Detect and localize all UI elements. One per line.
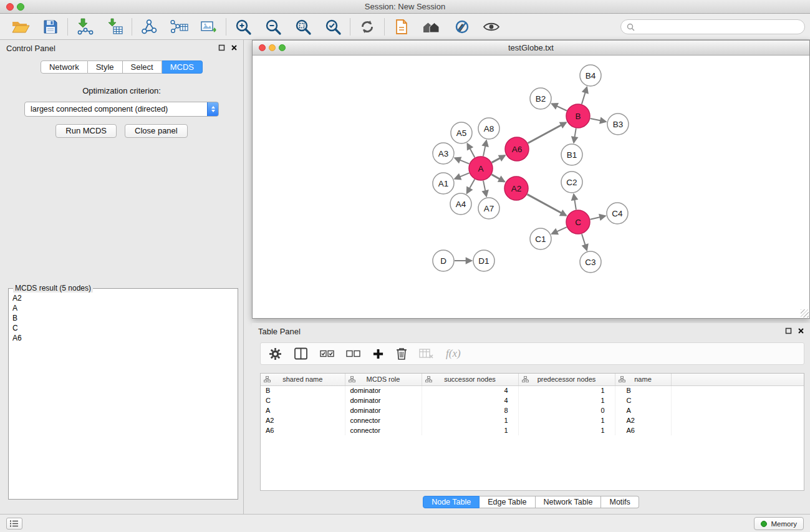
graph-node-A7[interactable]: A7 <box>478 198 499 219</box>
graph-node-A1[interactable]: A1 <box>433 173 454 194</box>
gear-icon[interactable] <box>269 347 282 360</box>
table-row[interactable]: A2connector11A2 <box>261 415 804 425</box>
search-input[interactable] <box>638 22 799 31</box>
import-network-icon[interactable] <box>75 17 95 37</box>
graph-node-A8[interactable]: A8 <box>478 118 499 139</box>
graph-edge-A2-C[interactable] <box>528 195 566 216</box>
close-panel-button[interactable]: Close panel <box>125 124 188 138</box>
graph-node-C1[interactable]: C1 <box>530 228 551 249</box>
close-table-panel-icon[interactable] <box>798 327 804 334</box>
graph-node-C[interactable]: C <box>566 210 590 234</box>
tab-network-table[interactable]: Network Table <box>536 496 602 508</box>
network-canvas[interactable]: B4B2BB3A5A8A6B1A3AC2A1A2A4A7C1CC4C3DD1 <box>253 56 809 318</box>
eye-icon[interactable] <box>481 17 501 37</box>
refresh-icon[interactable] <box>357 17 377 37</box>
close-panel-icon[interactable] <box>231 44 238 51</box>
save-session-icon[interactable] <box>41 17 60 37</box>
minimize-network-button[interactable] <box>269 44 276 51</box>
memory-button[interactable]: Memory <box>754 517 804 530</box>
zoom-fit-icon[interactable] <box>293 17 313 37</box>
graph-edge-A6-B[interactable] <box>528 123 566 143</box>
node-table[interactable]: shared nameMCDS rolesuccessor nodesprede… <box>260 373 804 491</box>
graph-node-A4[interactable]: A4 <box>450 193 471 215</box>
mcds-result-item[interactable]: C <box>12 323 234 333</box>
close-window-button[interactable] <box>6 3 14 11</box>
graph-edge-B-B2[interactable] <box>552 104 567 111</box>
mcds-result-item[interactable]: A6 <box>12 333 234 343</box>
image-export-icon[interactable] <box>199 17 219 37</box>
graph-edge-A-A7[interactable] <box>483 181 486 196</box>
graph-edge-A-A6[interactable] <box>492 155 505 162</box>
tab-style[interactable]: Style <box>88 60 123 74</box>
zoom-network-button[interactable] <box>279 44 286 51</box>
zoom-selected-icon[interactable] <box>323 17 343 37</box>
graph-edge-A-A8[interactable] <box>483 141 486 157</box>
graph-node-B4[interactable]: B4 <box>580 65 601 86</box>
graph-edge-C-C2[interactable] <box>574 195 576 210</box>
open-session-folder-icon[interactable] <box>11 17 31 37</box>
column-header-MCDS-role[interactable]: MCDS role <box>345 374 422 385</box>
select-all-icon[interactable] <box>320 349 334 358</box>
show-panels-button[interactable] <box>6 518 22 530</box>
zoom-window-button[interactable] <box>17 3 24 11</box>
trash-icon[interactable] <box>396 347 407 360</box>
search-field[interactable] <box>620 19 805 34</box>
graph-edge-A-A2[interactable] <box>491 175 504 181</box>
graph-node-B3[interactable]: B3 <box>607 114 629 135</box>
graph-node-A2[interactable]: A2 <box>504 177 528 200</box>
add-row-plus-icon[interactable] <box>372 348 384 360</box>
network-graph[interactable]: B4B2BB3A5A8A6B1A3AC2A1A2A4A7C1CC4C3DD1 <box>253 56 809 318</box>
resize-grip[interactable] <box>801 309 809 317</box>
table-row[interactable]: Bdominator41B <box>261 385 804 395</box>
network-window-titlebar[interactable]: testGlobe.txt <box>253 41 809 56</box>
unselect-all-icon[interactable] <box>346 349 360 358</box>
tab-network[interactable]: Network <box>41 60 88 74</box>
graph-edge-A-A1[interactable] <box>455 173 470 178</box>
tab-motifs[interactable]: Motifs <box>601 496 639 508</box>
close-network-button[interactable] <box>259 44 266 51</box>
graph-node-A[interactable]: A <box>469 157 493 180</box>
float-panel-icon[interactable] <box>218 44 225 51</box>
column-header-name[interactable]: name <box>615 374 671 385</box>
graph-node-A5[interactable]: A5 <box>451 122 472 143</box>
tab-edge-table[interactable]: Edge Table <box>480 496 535 508</box>
hide-details-icon[interactable] <box>451 17 471 37</box>
network-table-icon[interactable] <box>169 17 189 37</box>
mcds-result-item[interactable]: A <box>12 303 234 313</box>
graph-node-C4[interactable]: C4 <box>607 203 628 224</box>
report-document-icon[interactable] <box>392 17 412 37</box>
tab-mcds[interactable]: MCDS <box>162 60 203 74</box>
zoom-in-icon[interactable] <box>233 17 253 37</box>
graph-edge-A-A5[interactable] <box>468 144 475 158</box>
graph-edge-A-A4[interactable] <box>467 179 475 193</box>
graph-node-A3[interactable]: A3 <box>433 143 454 164</box>
graph-node-D1[interactable]: D1 <box>473 250 494 271</box>
mcds-result-item[interactable]: A2 <box>12 293 234 303</box>
home-houses-icon[interactable] <box>422 17 441 37</box>
optimization-criterion-select[interactable]: largest connected component (directed) <box>24 102 219 117</box>
graph-edge-B-B4[interactable] <box>582 87 587 104</box>
column-header-successor-nodes[interactable]: successor nodes <box>422 374 518 385</box>
tab-select[interactable]: Select <box>123 60 162 74</box>
graph-node-D[interactable]: D <box>433 250 454 271</box>
network-share-icon[interactable] <box>139 17 159 37</box>
show-columns-icon[interactable] <box>294 347 308 360</box>
graph-node-C2[interactable]: C2 <box>561 172 582 193</box>
graph-edge-B-B1[interactable] <box>574 128 576 143</box>
table-row[interactable]: A6connector11A6 <box>261 425 804 435</box>
graph-node-B1[interactable]: B1 <box>561 144 582 165</box>
run-mcds-button[interactable]: Run MCDS <box>55 124 117 138</box>
graph-node-B[interactable]: B <box>566 104 590 128</box>
graph-edge-C-C4[interactable] <box>591 216 605 219</box>
zoom-out-icon[interactable] <box>263 17 283 37</box>
mcds-result-item[interactable]: B <box>12 313 234 323</box>
graph-edge-C-C3[interactable] <box>582 234 587 250</box>
float-table-panel-icon[interactable] <box>785 327 792 334</box>
graph-node-C3[interactable]: C3 <box>580 251 601 273</box>
graph-edge-C-C1[interactable] <box>552 227 567 234</box>
graph-edge-B-B3[interactable] <box>591 118 606 122</box>
column-header-shared-name[interactable]: shared name <box>261 374 345 385</box>
graph-node-B2[interactable]: B2 <box>530 88 551 109</box>
table-row[interactable]: Adominator80A <box>261 405 804 415</box>
graph-node-A6[interactable]: A6 <box>505 137 529 161</box>
